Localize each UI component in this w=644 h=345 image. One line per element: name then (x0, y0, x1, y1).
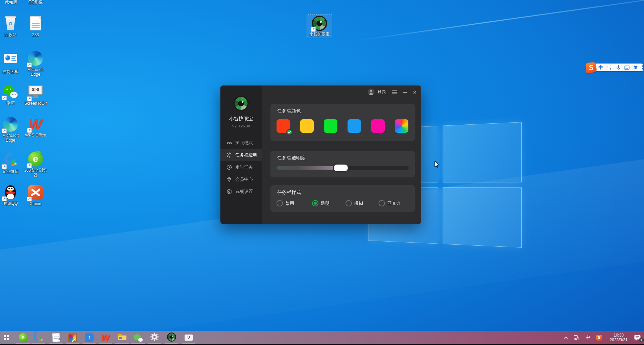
desktop-icon-tencent-qq[interactable]: ↗ 腾讯QQ (0, 185, 24, 206)
desktop-icon-xmind[interactable]: ↗ Xmind (22, 185, 49, 206)
tray-date: 2023/3/31 (607, 338, 630, 342)
window-sidebar: 小智护眼宝 V2.0.26.38 护眼模式 任务栏透明 定时任务 (220, 85, 262, 224)
sogou-logo-icon[interactable]: S (586, 62, 597, 73)
clock-icon (226, 165, 232, 170)
taskbar-console-app[interactable]: U (181, 331, 196, 344)
radio-blur[interactable]: 模糊 (345, 200, 363, 206)
desktop-icon-label: 腾讯QQ (0, 201, 24, 206)
taskbar-image-viewer[interactable] (65, 331, 80, 344)
wps-icon: W (101, 333, 110, 342)
card-title: 任务栏透明度 (277, 155, 306, 161)
desktop-icon-label: 233 (22, 33, 49, 38)
color-swatch-green[interactable] (324, 119, 337, 133)
radio-label: 透明 (321, 200, 330, 206)
desktop-icon-wechat[interactable]: ↗ 微信 (0, 84, 24, 105)
desktop-icon-wechat-work[interactable]: ↗ 企业微信 (0, 151, 24, 174)
opacity-slider[interactable] (277, 166, 409, 170)
ime-toolbox-icon[interactable] (642, 65, 643, 70)
notification-center-button[interactable]: 1 (633, 335, 641, 341)
tray-chevron-up-icon[interactable] (562, 336, 570, 339)
wechat-icon: ↗ (3, 84, 18, 100)
taskbar-file-explorer[interactable] (115, 331, 129, 344)
sidebar-item-options[interactable]: 选项设置 (220, 186, 262, 198)
desktop-icon-eyecare-app[interactable]: ↗ 小智护眼宝 (307, 15, 332, 38)
desktop-icon-this-pc[interactable]: 此电脑 (0, 0, 25, 5)
color-swatch-rainbow[interactable] (395, 119, 408, 133)
taskbar-wps[interactable]: W (98, 331, 113, 344)
opacity-slider-thumb[interactable] (334, 165, 348, 171)
desktop-icon-wps-office[interactable]: W ↗ WPS Office (22, 117, 49, 138)
desktop-icon-edge-2[interactable]: ↗ Microsoft Edge (0, 117, 24, 143)
taskbar-notepad[interactable] (49, 331, 64, 344)
color-swatch-red[interactable] (277, 119, 290, 133)
ime-lang-toggle[interactable]: 中 (598, 65, 603, 70)
app-name: 小智护眼宝 (220, 116, 262, 122)
radio-circle (277, 200, 283, 206)
gem-icon (226, 177, 232, 182)
system-tray: 中 S 10:33 2023/3/31 1 (562, 331, 644, 344)
ime-keyboard-icon[interactable] (624, 66, 629, 70)
login-button[interactable]: 登录 (367, 88, 386, 97)
wechat-work-icon (34, 333, 43, 342)
windows-logo-pane (443, 122, 522, 182)
ime-mic-icon[interactable] (616, 65, 620, 70)
desktop-icon-label: 此电脑 (0, 0, 25, 5)
color-swatch-pink[interactable] (371, 119, 385, 133)
360-browser-icon: e ↗ (28, 152, 43, 167)
desktop-icon-360-browser[interactable]: e ↗ 360安全浏览器 (22, 151, 49, 177)
eye-icon (226, 140, 232, 146)
desktop-icon-edge-1[interactable]: ↗ Microsoft Edge (22, 51, 49, 77)
taskbar-wechat-work[interactable] (31, 331, 46, 344)
sidebar-nav: 护眼模式 任务栏透明 定时任务 会员中心 (220, 137, 262, 198)
radio-transparent[interactable]: 透明 (312, 200, 330, 206)
card-title: 任务栏颜色 (277, 108, 301, 114)
radio-acrylic[interactable]: 亚克力 (379, 200, 401, 206)
color-swatch-yellow[interactable] (300, 119, 314, 133)
tray-clock[interactable]: 10:33 2023/3/31 (607, 333, 630, 342)
desktop-icon-233-doc[interactable]: 233 (22, 16, 49, 38)
radio-circle (345, 200, 352, 206)
radio-label: 模糊 (354, 200, 363, 206)
minimize-button[interactable] (403, 92, 407, 93)
ime-skin-icon[interactable] (633, 65, 638, 70)
shortcut-arrow-icon: ↗ (27, 128, 32, 133)
desktop-icon-label: 控制面板 (0, 70, 24, 74)
start-button[interactable] (0, 331, 14, 344)
shortcut-arrow-icon: ↗ (27, 197, 32, 201)
eyecare-app-icon: ↗ (312, 16, 327, 31)
sidebar-item-label: 护眼模式 (235, 140, 253, 146)
sidebar-item-member-center[interactable]: 会员中心 (220, 173, 262, 186)
xmind-icon: ↗ (28, 185, 43, 201)
sidebar-item-taskbar-transparency[interactable]: 任务栏透明 (220, 149, 262, 161)
desktop-icon-recycle-bin[interactable]: ♻ 回收站 (0, 16, 24, 38)
wechat-icon (134, 334, 143, 342)
edge-icon: ↗ (3, 117, 18, 132)
desktop-root: { "desktop": { "icons": [ {"label": "此电脑… (0, 0, 644, 345)
taskbar-uploader-app[interactable]: ↑ (82, 331, 97, 344)
taskbar-360-browser[interactable]: e (16, 331, 30, 344)
ime-punctuation-toggle[interactable]: °， (606, 65, 613, 70)
radio-disable[interactable]: 禁用 (277, 200, 294, 206)
menu-button[interactable] (392, 90, 397, 94)
desktop-icon-label: Xmind (22, 202, 49, 206)
taskbar-style-card: 任务栏样式 禁用 透明 模糊 亚克力 (270, 185, 415, 212)
recycle-bin-icon: ♻ (3, 16, 18, 32)
image-viewer-icon (68, 334, 77, 342)
color-swatch-blue[interactable] (348, 119, 361, 133)
app-logo-icon (233, 96, 249, 111)
desktop-icon-screentogif[interactable]: S>G ↗ ScreenToGif (22, 84, 49, 106)
desktop-icon-label: 小智护眼宝 (307, 32, 332, 37)
taskbar-eyecare-app[interactable] (164, 331, 179, 344)
sidebar-item-scheduled-tasks[interactable]: 定时任务 (220, 161, 262, 173)
gear-icon (150, 332, 159, 343)
tray-input-lang[interactable]: 中 (584, 335, 592, 341)
notification-badge: 1 (639, 338, 644, 342)
desktop-icon-qq-yingxiang[interactable]: QQ影像 (22, 0, 49, 5)
close-button[interactable]: × (413, 90, 416, 95)
sidebar-item-eye-mode[interactable]: 护眼模式 (220, 137, 262, 149)
taskbar-settings[interactable] (147, 331, 162, 344)
tray-network-icon[interactable] (573, 335, 581, 340)
desktop-icon-control-panel[interactable]: 控制面板 (0, 51, 24, 74)
taskbar-wechat[interactable] (130, 331, 145, 344)
tray-sogou-icon[interactable]: S (595, 335, 603, 341)
